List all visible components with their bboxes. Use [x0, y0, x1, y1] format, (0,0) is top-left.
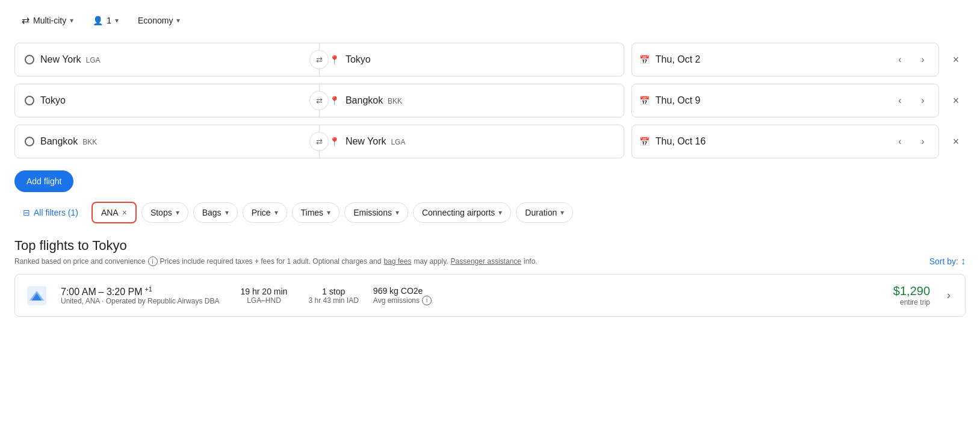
origin-field-3[interactable]: Bangkok BKK: [15, 125, 320, 158]
passengers-label: 1: [107, 16, 111, 25]
stops-label: Stops: [150, 208, 172, 217]
flight-row-2: Tokyo ⇄ 📍 Bangkok BKK 📅 Thu, Oct 9 ‹ › ×: [14, 84, 966, 117]
results-subtitle-row: Ranked based on price and convenience i …: [14, 256, 966, 267]
origin-field-2[interactable]: Tokyo: [15, 84, 320, 117]
filter-adjust-icon: ⊟: [23, 208, 30, 217]
date-next-1[interactable]: ›: [914, 51, 931, 68]
date-field-3[interactable]: 📅 Thu, Oct 16 ‹ ›: [631, 125, 939, 158]
date-prev-3[interactable]: ‹: [892, 133, 908, 150]
bag-fees-link[interactable]: bag fees: [383, 257, 411, 266]
date-next-2[interactable]: ›: [914, 92, 931, 109]
emissions-info-icon[interactable]: i: [422, 296, 432, 305]
passenger-assistance-link[interactable]: Passenger assistance: [451, 257, 521, 266]
price-detail: entire trip: [893, 298, 930, 307]
cabin-class-selector[interactable]: Economy ▾: [131, 11, 187, 30]
chevron-down-icon: ▾: [70, 16, 73, 25]
chevron-down-icon-cabin: ▾: [176, 16, 180, 25]
duration-label: Duration: [525, 208, 557, 217]
person-icon: 👤: [93, 16, 103, 25]
origin-text-2: Tokyo: [40, 95, 68, 106]
info-icon[interactable]: i: [148, 257, 158, 266]
emissions-filter[interactable]: Emissions ▾: [344, 202, 408, 223]
expand-flight-button[interactable]: ›: [944, 287, 953, 304]
origin-field-1[interactable]: New York LGA: [15, 43, 320, 76]
date-field-2[interactable]: 📅 Thu, Oct 9 ‹ ›: [631, 84, 939, 117]
dest-text-1: Tokyo: [346, 54, 373, 65]
dest-name-2: Bangkok: [346, 95, 383, 105]
chevron-right-icon: ›: [947, 289, 951, 301]
subtitle-text: Ranked based on price and convenience: [14, 257, 146, 266]
emissions-value: 969 kg CO2e: [373, 286, 445, 296]
all-filters-label: All filters (1): [34, 208, 78, 217]
add-flight-button[interactable]: Add flight: [14, 170, 73, 192]
calendar-icon-2: 📅: [639, 96, 650, 105]
all-filters-button[interactable]: ⊟ All filters (1): [14, 203, 87, 222]
remove-flight-1[interactable]: ×: [946, 50, 966, 69]
sort-by-button[interactable]: Sort by: ↕: [929, 256, 966, 267]
chevron-down-price: ▾: [274, 208, 278, 217]
origin-dest-pair-3: Bangkok BKK ⇄ 📍 New York LGA: [14, 125, 624, 158]
date-prev-2[interactable]: ‹: [892, 92, 908, 109]
dest-field-1[interactable]: 📍 Tokyo: [320, 43, 624, 76]
stops-count: 1 stop: [308, 287, 358, 296]
connecting-airports-filter[interactable]: Connecting airports ▾: [413, 202, 511, 223]
airline-logo: [27, 286, 46, 305]
duration-text: 19 hr 20 min: [234, 287, 294, 296]
origin-dest-pair-1: New York LGA ⇄ 📍 Tokyo: [14, 43, 624, 76]
dest-name-1: Tokyo: [346, 54, 371, 64]
trip-type-label: Multi-city: [33, 16, 66, 25]
passengers-selector[interactable]: 👤 1 ▾: [85, 11, 126, 30]
calendar-icon-1: 📅: [639, 55, 650, 64]
ana-filter-chip[interactable]: ANA ×: [91, 202, 137, 223]
date-next-3[interactable]: ›: [914, 133, 931, 150]
chevron-down-emissions: ▾: [395, 208, 399, 217]
bags-label: Bags: [202, 208, 222, 217]
ana-close-icon[interactable]: ×: [122, 208, 127, 217]
price-filter[interactable]: Price ▾: [243, 202, 287, 223]
arrive-time: 3:20 PM: [107, 286, 143, 296]
stops-filter[interactable]: Stops ▾: [141, 202, 188, 223]
dest-field-3[interactable]: 📍 New York LGA: [320, 125, 624, 158]
chevron-down-stops: ▾: [176, 208, 179, 217]
origin-code-3: BKK: [82, 138, 97, 146]
bags-filter[interactable]: Bags ▾: [193, 202, 238, 223]
airline-name: United, ANA · Operated by Republic Airwa…: [61, 297, 219, 305]
duration-filter[interactable]: Duration ▾: [516, 202, 573, 223]
flight-row-1: New York LGA ⇄ 📍 Tokyo 📅 Thu, Oct 2 ‹ › …: [14, 43, 966, 76]
chevron-down-icon-passengers: ▾: [115, 16, 119, 25]
ana-chip-label: ANA: [101, 208, 119, 217]
trip-type-selector[interactable]: ⇄ Multi-city ▾: [14, 10, 81, 31]
date-label-1: Thu, Oct 2: [656, 54, 885, 65]
origin-circle-icon-2: [25, 96, 34, 105]
origin-text-1: New York LGA: [40, 54, 101, 65]
cabin-class-label: Economy: [138, 16, 173, 25]
origin-text-3: Bangkok BKK: [40, 136, 97, 147]
dest-code-2: BKK: [388, 97, 402, 105]
date-field-1[interactable]: 📅 Thu, Oct 2 ‹ ›: [631, 43, 939, 76]
filter-row: ⊟ All filters (1) ANA × Stops ▾ Bags ▾ P…: [14, 202, 966, 223]
dest-text-2: Bangkok BKK: [346, 95, 402, 106]
flight-row-3: Bangkok BKK ⇄ 📍 New York LGA 📅 Thu, Oct …: [14, 125, 966, 158]
flight-duration: 19 hr 20 min LGA–HND: [234, 287, 294, 305]
flight-card-1[interactable]: 7:00 AM – 3:20 PM +1 United, ANA · Opera…: [14, 274, 966, 317]
date-label-2: Thu, Oct 9: [656, 95, 885, 106]
times-filter[interactable]: Times ▾: [292, 202, 340, 223]
swap-button-1[interactable]: ⇄: [309, 50, 329, 69]
flight-rows-container: New York LGA ⇄ 📍 Tokyo 📅 Thu, Oct 2 ‹ › …: [14, 43, 966, 158]
pin-icon-3: 📍: [329, 137, 340, 146]
chevron-down-times: ▾: [327, 208, 330, 217]
results-title: Top flights to Tokyo: [14, 238, 966, 254]
date-prev-1[interactable]: ‹: [892, 51, 908, 68]
dash-separator: –: [99, 286, 107, 296]
swap-button-3[interactable]: ⇄: [309, 132, 329, 151]
swap-button-2[interactable]: ⇄: [309, 91, 329, 110]
chevron-down-bags: ▾: [225, 208, 229, 217]
remove-flight-2[interactable]: ×: [946, 91, 966, 110]
dest-field-2[interactable]: 📍 Bangkok BKK: [320, 84, 624, 117]
price-note: Prices include required taxes + fees for…: [160, 257, 382, 266]
results-header: Top flights to Tokyo Ranked based on pri…: [14, 238, 966, 267]
remove-flight-3[interactable]: ×: [946, 132, 966, 151]
origin-name-3: Bangkok: [40, 136, 78, 146]
price-value: $1,290: [893, 284, 930, 298]
pin-icon-1: 📍: [329, 55, 340, 64]
